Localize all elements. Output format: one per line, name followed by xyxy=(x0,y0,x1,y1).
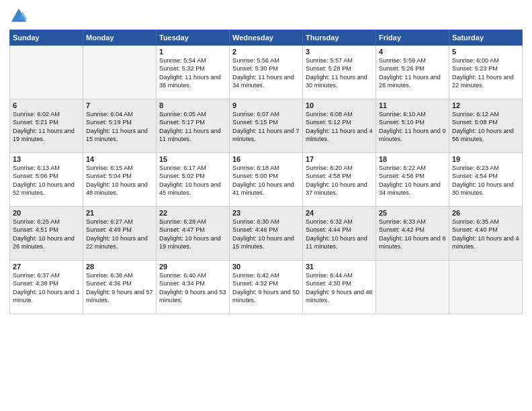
day-info: Sunrise: 6:25 AMSunset: 4:51 PMDaylight:… xyxy=(13,218,80,251)
day-number: 16 xyxy=(232,155,300,163)
day-cell: 23Sunrise: 6:30 AMSunset: 4:46 PMDayligh… xyxy=(230,207,303,261)
weekday-header-saturday: Saturday xyxy=(449,30,523,46)
day-cell xyxy=(376,261,449,314)
day-number: 23 xyxy=(232,209,300,217)
day-number: 26 xyxy=(452,209,519,217)
week-row-2: 6Sunrise: 6:02 AMSunset: 5:21 PMDaylight… xyxy=(10,99,523,153)
day-number: 19 xyxy=(452,155,519,163)
weekday-header-wednesday: Wednesday xyxy=(230,30,303,46)
day-info: Sunrise: 6:44 AMSunset: 4:30 PMDaylight:… xyxy=(306,271,373,305)
day-info: Sunrise: 6:02 AMSunset: 5:21 PMDaylight:… xyxy=(13,110,80,144)
week-row-4: 20Sunrise: 6:25 AMSunset: 4:51 PMDayligh… xyxy=(10,207,523,261)
day-number: 3 xyxy=(306,48,373,56)
day-cell: 22Sunrise: 6:28 AMSunset: 4:47 PMDayligh… xyxy=(157,207,230,261)
day-info: Sunrise: 6:07 AMSunset: 5:15 PMDaylight:… xyxy=(232,110,300,144)
day-cell: 14Sunrise: 6:15 AMSunset: 5:04 PMDayligh… xyxy=(83,153,157,207)
day-number: 10 xyxy=(306,101,373,109)
day-cell: 19Sunrise: 6:23 AMSunset: 4:54 PMDayligh… xyxy=(449,153,523,207)
day-cell: 11Sunrise: 6:10 AMSunset: 5:10 PMDayligh… xyxy=(376,99,449,153)
day-info: Sunrise: 6:08 AMSunset: 5:12 PMDaylight:… xyxy=(306,110,373,144)
day-number: 30 xyxy=(232,263,300,271)
day-info: Sunrise: 6:04 AMSunset: 5:19 PMDaylight:… xyxy=(86,110,153,144)
logo-icon xyxy=(9,7,28,26)
day-number: 11 xyxy=(379,101,446,109)
day-number: 8 xyxy=(159,101,226,109)
weekday-header-monday: Monday xyxy=(83,30,157,46)
day-info: Sunrise: 6:33 AMSunset: 4:42 PMDaylight:… xyxy=(379,218,446,251)
day-info: Sunrise: 6:35 AMSunset: 4:40 PMDaylight:… xyxy=(452,218,519,251)
day-number: 9 xyxy=(232,101,300,109)
weekday-header-friday: Friday xyxy=(376,30,449,46)
day-info: Sunrise: 6:38 AMSunset: 4:36 PMDaylight:… xyxy=(86,271,153,305)
day-number: 2 xyxy=(232,48,300,56)
day-cell: 12Sunrise: 6:12 AMSunset: 5:08 PMDayligh… xyxy=(449,99,523,153)
logo xyxy=(9,7,30,26)
day-info: Sunrise: 6:42 AMSunset: 4:32 PMDaylight:… xyxy=(232,271,300,305)
calendar-table: SundayMondayTuesdayWednesdayThursdayFrid… xyxy=(9,30,523,314)
day-info: Sunrise: 6:15 AMSunset: 5:04 PMDaylight:… xyxy=(86,164,153,197)
day-number: 22 xyxy=(159,209,226,217)
day-cell: 25Sunrise: 6:33 AMSunset: 4:42 PMDayligh… xyxy=(376,207,449,261)
weekday-header-tuesday: Tuesday xyxy=(157,30,230,46)
day-cell: 16Sunrise: 6:18 AMSunset: 5:00 PMDayligh… xyxy=(230,153,303,207)
weekday-header-row: SundayMondayTuesdayWednesdayThursdayFrid… xyxy=(10,30,523,46)
day-info: Sunrise: 6:22 AMSunset: 4:56 PMDaylight:… xyxy=(379,164,446,197)
day-cell: 9Sunrise: 6:07 AMSunset: 5:15 PMDaylight… xyxy=(230,99,303,153)
day-info: Sunrise: 6:23 AMSunset: 4:54 PMDaylight:… xyxy=(452,164,519,197)
day-cell: 13Sunrise: 6:13 AMSunset: 5:06 PMDayligh… xyxy=(10,153,83,207)
page-header xyxy=(9,7,523,26)
day-info: Sunrise: 6:13 AMSunset: 5:06 PMDaylight:… xyxy=(13,164,80,197)
day-cell: 28Sunrise: 6:38 AMSunset: 4:36 PMDayligh… xyxy=(83,261,157,314)
day-info: Sunrise: 6:40 AMSunset: 4:34 PMDaylight:… xyxy=(159,271,226,305)
day-cell xyxy=(83,46,157,99)
day-number: 13 xyxy=(13,155,80,163)
day-cell: 1Sunrise: 5:54 AMSunset: 5:32 PMDaylight… xyxy=(157,46,230,99)
day-info: Sunrise: 6:37 AMSunset: 4:38 PMDaylight:… xyxy=(13,271,80,305)
day-number: 1 xyxy=(159,48,226,56)
day-number: 24 xyxy=(306,209,373,217)
day-cell: 8Sunrise: 6:05 AMSunset: 5:17 PMDaylight… xyxy=(157,99,230,153)
day-number: 29 xyxy=(159,263,226,271)
day-number: 28 xyxy=(86,263,153,271)
day-info: Sunrise: 6:20 AMSunset: 4:58 PMDaylight:… xyxy=(306,164,373,197)
day-number: 17 xyxy=(306,155,373,163)
day-number: 20 xyxy=(13,209,80,217)
weekday-header-sunday: Sunday xyxy=(10,30,83,46)
week-row-1: 1Sunrise: 5:54 AMSunset: 5:32 PMDaylight… xyxy=(10,46,523,99)
day-cell: 3Sunrise: 5:57 AMSunset: 5:28 PMDaylight… xyxy=(303,46,376,99)
day-info: Sunrise: 5:54 AMSunset: 5:32 PMDaylight:… xyxy=(159,56,226,90)
day-info: Sunrise: 6:32 AMSunset: 4:44 PMDaylight:… xyxy=(306,218,373,251)
day-cell: 17Sunrise: 6:20 AMSunset: 4:58 PMDayligh… xyxy=(303,153,376,207)
day-info: Sunrise: 6:27 AMSunset: 4:49 PMDaylight:… xyxy=(86,218,153,251)
day-number: 5 xyxy=(452,48,519,56)
day-cell: 2Sunrise: 5:56 AMSunset: 5:30 PMDaylight… xyxy=(230,46,303,99)
day-number: 18 xyxy=(379,155,446,163)
day-cell: 24Sunrise: 6:32 AMSunset: 4:44 PMDayligh… xyxy=(303,207,376,261)
day-info: Sunrise: 6:10 AMSunset: 5:10 PMDaylight:… xyxy=(379,110,446,144)
day-info: Sunrise: 6:12 AMSunset: 5:08 PMDaylight:… xyxy=(452,110,519,144)
day-number: 27 xyxy=(13,263,80,271)
day-number: 15 xyxy=(159,155,226,163)
week-row-3: 13Sunrise: 6:13 AMSunset: 5:06 PMDayligh… xyxy=(10,153,523,207)
day-cell xyxy=(10,46,83,99)
day-cell: 20Sunrise: 6:25 AMSunset: 4:51 PMDayligh… xyxy=(10,207,83,261)
day-number: 21 xyxy=(86,209,153,217)
day-cell xyxy=(449,261,523,314)
day-number: 7 xyxy=(86,101,153,109)
day-info: Sunrise: 6:17 AMSunset: 5:02 PMDaylight:… xyxy=(159,164,226,197)
calendar-page: SundayMondayTuesdayWednesdayThursdayFrid… xyxy=(0,0,532,411)
day-cell: 27Sunrise: 6:37 AMSunset: 4:38 PMDayligh… xyxy=(10,261,83,314)
day-cell: 15Sunrise: 6:17 AMSunset: 5:02 PMDayligh… xyxy=(157,153,230,207)
day-info: Sunrise: 5:56 AMSunset: 5:30 PMDaylight:… xyxy=(232,56,300,90)
day-cell: 6Sunrise: 6:02 AMSunset: 5:21 PMDaylight… xyxy=(10,99,83,153)
day-cell: 7Sunrise: 6:04 AMSunset: 5:19 PMDaylight… xyxy=(83,99,157,153)
week-row-5: 27Sunrise: 6:37 AMSunset: 4:38 PMDayligh… xyxy=(10,261,523,314)
day-cell: 21Sunrise: 6:27 AMSunset: 4:49 PMDayligh… xyxy=(83,207,157,261)
day-cell: 30Sunrise: 6:42 AMSunset: 4:32 PMDayligh… xyxy=(230,261,303,314)
day-number: 6 xyxy=(13,101,80,109)
day-number: 14 xyxy=(86,155,153,163)
day-number: 4 xyxy=(379,48,446,56)
day-info: Sunrise: 5:57 AMSunset: 5:28 PMDaylight:… xyxy=(306,56,373,90)
day-cell: 29Sunrise: 6:40 AMSunset: 4:34 PMDayligh… xyxy=(157,261,230,314)
day-number: 12 xyxy=(452,101,519,109)
